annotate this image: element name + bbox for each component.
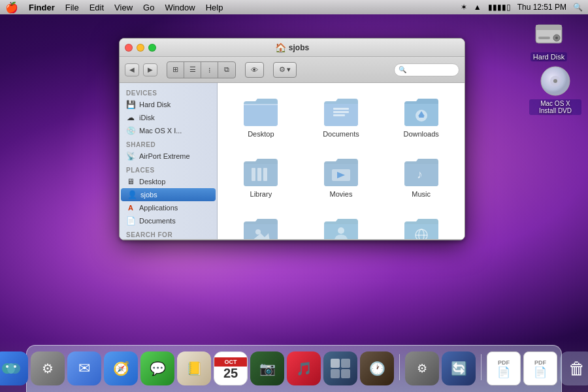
- airport-label: AirPort Extreme: [139, 152, 190, 160]
- file-item-downloads[interactable]: Downloads: [392, 90, 451, 143]
- harddisk-label: Hard Disk: [531, 52, 567, 61]
- dock-item-itunes[interactable]: 🎵: [287, 351, 321, 385]
- documents-folder-label: Documents: [323, 130, 359, 138]
- eye-button[interactable]: 👁: [245, 62, 264, 78]
- applications-label: Applications: [139, 204, 178, 212]
- battery-icon: ▮▮▮▮▯: [488, 3, 511, 12]
- coverflow-view-button[interactable]: ⧉: [218, 62, 235, 78]
- dock-item-trash[interactable]: 🗑: [560, 351, 588, 385]
- mail-dock-icon: ✉: [67, 351, 101, 385]
- downloads-folder-label: Downloads: [403, 130, 438, 138]
- dock-item-safari[interactable]: 🧭: [104, 351, 138, 385]
- dock-item-sysprefs[interactable]: ⚙: [405, 351, 439, 385]
- airport-icon: 📡: [126, 152, 135, 161]
- file-item-library[interactable]: Library: [231, 150, 290, 203]
- sidebar-section-search: SEARCH FOR: [120, 227, 217, 239]
- sidebar-item-idisk[interactable]: ☁ iDisk: [120, 111, 217, 124]
- menu-help[interactable]: Help: [206, 3, 223, 12]
- dock-item-pdf2[interactable]: PDF 📄: [523, 351, 557, 385]
- dock-item-pdf1[interactable]: PDF 📄: [487, 351, 521, 385]
- forward-button[interactable]: ▶: [143, 63, 157, 76]
- svg-rect-34: [341, 369, 350, 378]
- menu-edit[interactable]: Edit: [90, 3, 104, 12]
- timemachine-dock-icon: 🕐: [360, 351, 394, 385]
- sidebar-item-harddisk[interactable]: 💾 Hard Disk: [120, 98, 217, 111]
- pdf1-dock-icon: PDF 📄: [487, 351, 521, 385]
- dock-item-spaces[interactable]: [323, 351, 357, 385]
- public-folder-icon: [323, 215, 359, 239]
- svg-text:♪: ♪: [417, 168, 423, 181]
- ichat-dock-icon: 💬: [140, 351, 174, 385]
- search-box[interactable]: 🔍: [394, 63, 459, 76]
- apple-menu[interactable]: 🍎: [5, 1, 18, 14]
- harddisk-sidebar-icon: 💾: [126, 100, 135, 109]
- sidebar-section-places: PLACES: [120, 163, 217, 175]
- menu-file[interactable]: File: [65, 3, 79, 12]
- window-content: DEVICES 💾 Hard Disk ☁ iDisk 💿 Mac OS X I…: [120, 83, 465, 239]
- bluetooth-icon: ✶: [461, 3, 467, 12]
- harddisk-icon: [533, 18, 564, 50]
- sidebar-item-sjobs[interactable]: 👤 sjobs: [121, 188, 216, 201]
- sjobs-label: sjobs: [140, 191, 157, 199]
- dock-item-finder[interactable]: [0, 351, 28, 385]
- svg-point-30: [14, 365, 16, 368]
- ical-dock-icon: OCT 25: [214, 351, 248, 385]
- back-button[interactable]: ◀: [125, 63, 139, 76]
- finder-window: 🏠 sjobs ◀ ▶ ⊞ ☰ ⫶ ⧉ 👁 ⚙ ▾ 🔍: [119, 38, 465, 240]
- sync-dock-icon: 🔄: [442, 351, 476, 385]
- svg-point-20: [255, 229, 261, 235]
- icon-view-button[interactable]: ⊞: [167, 62, 184, 78]
- dvd-label: Mac OS X Install DVD: [529, 99, 581, 115]
- clock: Thu 12:51 PM: [517, 3, 566, 12]
- list-view-button[interactable]: ☰: [184, 62, 201, 78]
- action-button[interactable]: ⚙ ▾: [273, 62, 297, 78]
- dock-separator: [399, 354, 400, 380]
- pdf2-dock-icon: PDF 📄: [523, 351, 557, 385]
- dock-item-mail[interactable]: ✉: [67, 351, 101, 385]
- addressbook-dock-icon: 📒: [177, 351, 211, 385]
- file-item-documents[interactable]: Documents: [312, 90, 370, 143]
- dock-item-ical[interactable]: OCT 25: [214, 351, 248, 385]
- dock-item-sync[interactable]: 🔄: [442, 351, 476, 385]
- menu-window[interactable]: Window: [165, 3, 195, 12]
- dock-item-iphoto[interactable]: 📷: [250, 351, 284, 385]
- dock-item-timemachine[interactable]: 🕐: [360, 351, 394, 385]
- menu-go[interactable]: Go: [143, 3, 154, 12]
- sidebar-item-applications[interactable]: A Applications: [120, 201, 217, 214]
- dock-item-sc[interactable]: ⚙: [31, 351, 65, 385]
- column-view-button[interactable]: ⫶: [201, 62, 218, 78]
- documents-sidebar-label: Documents: [139, 217, 176, 225]
- wifi-icon: ▲: [474, 3, 482, 12]
- svg-rect-32: [341, 359, 350, 368]
- file-item-pictures[interactable]: Pictures: [231, 210, 290, 239]
- spotlight-icon[interactable]: 🔍: [573, 3, 583, 12]
- file-item-music[interactable]: ♪ Music: [392, 150, 451, 203]
- sidebar-item-desktop[interactable]: 🖥 Desktop: [120, 175, 217, 188]
- harddisk-sidebar-label: Hard Disk: [139, 101, 171, 108]
- downloads-folder-icon: [403, 95, 440, 127]
- sidebar-item-airport[interactable]: 📡 AirPort Extreme: [120, 150, 217, 163]
- action-dropdown-icon: ▾: [287, 65, 291, 74]
- desktop-icon-harddisk[interactable]: Hard Disk: [523, 18, 575, 61]
- file-item-desktop[interactable]: Desktop: [231, 90, 290, 143]
- sidebar-item-documents[interactable]: 📄 Documents: [120, 214, 217, 227]
- file-item-sites[interactable]: Sites: [392, 210, 451, 239]
- dock-item-ichat[interactable]: 💬: [140, 351, 174, 385]
- svg-point-28: [7, 363, 15, 374]
- documents-folder-icon: [323, 95, 359, 127]
- dock-item-addressbook[interactable]: 📒: [177, 351, 211, 385]
- sidebar-section-shared: SHARED: [120, 137, 217, 150]
- desktop-icon-dvd[interactable]: Mac OS X Install DVD: [529, 65, 581, 115]
- file-item-movies[interactable]: Movies: [312, 150, 370, 203]
- file-item-public[interactable]: Public: [312, 210, 370, 239]
- close-button[interactable]: [125, 44, 133, 52]
- dvd-icon: [540, 65, 571, 97]
- menu-finder[interactable]: Finder: [29, 3, 55, 12]
- menu-view[interactable]: View: [114, 3, 133, 12]
- maximize-button[interactable]: [148, 44, 156, 52]
- sidebar-item-macos[interactable]: 💿 Mac OS X I...: [120, 124, 217, 137]
- svg-rect-8: [333, 108, 349, 110]
- menubar: 🍎 Finder File Edit View Go Window Help ✶…: [0, 0, 588, 14]
- svg-point-22: [338, 227, 344, 234]
- minimize-button[interactable]: [137, 44, 144, 52]
